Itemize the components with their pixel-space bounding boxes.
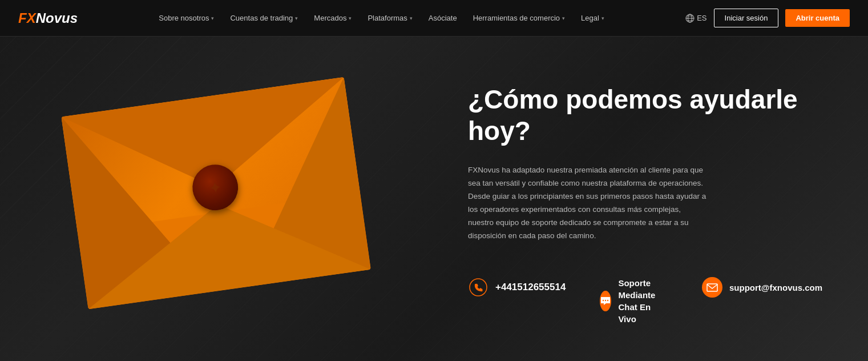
phone-icon [468,277,488,298]
nav-mercados[interactable]: Mercados ▾ [314,14,352,22]
chevron-down-icon: ▾ [601,15,604,21]
open-account-button[interactable]: Abrir cuenta [785,9,850,27]
chat-support[interactable]: Soporte Mediante Chat En Vivo [600,277,668,325]
logo[interactable]: FX Novus [18,10,78,26]
main-content: ¿Cómo podemos ayudarle hoy? FXNovus ha a… [0,37,868,361]
svg-point-6 [603,300,604,301]
globe-icon [685,14,695,23]
chevron-down-icon: ▾ [349,15,352,21]
chevron-down-icon: ▾ [211,15,214,21]
nav-herramientas[interactable]: Herramientas de comercio ▾ [473,14,565,22]
hero-description: FXNovus ha adaptado nuestra premiada ate… [468,164,708,243]
chevron-down-icon: ▾ [295,15,298,21]
svg-rect-9 [707,284,717,291]
phone-contact[interactable]: +441512655514 [468,277,566,298]
email-address: support@fxnovus.com [729,283,822,292]
left-panel [0,37,434,361]
svg-point-7 [605,300,606,301]
nav-cuentas-trading[interactable]: Cuentas de trading ▾ [230,14,298,22]
email-icon [702,277,722,298]
language-selector[interactable]: ES [685,14,706,23]
navbar-actions: ES Iniciar sesión Abrir cuenta [685,9,850,27]
language-label: ES [697,14,706,22]
chevron-down-icon: ▾ [562,15,565,21]
envelope-illustration [61,77,372,320]
envelope-body [61,77,370,309]
chat-icon [600,291,611,311]
chat-support-label: Soporte Mediante Chat En Vivo [618,277,668,325]
right-panel: ¿Cómo podemos ayudarle hoy? FXNovus ha a… [434,37,868,361]
svg-point-5 [470,279,487,296]
nav-asociate[interactable]: Asóciate [429,14,457,22]
nav-plataformas[interactable]: Plataformas ▾ [368,14,412,22]
logo-fx: FX [18,10,36,26]
email-contact[interactable]: support@fxnovus.com [702,277,822,298]
login-button[interactable]: Iniciar sesión [714,9,779,27]
hero-title: ¿Cómo podemos ayudarle hoy? [468,84,822,147]
contact-row: +441512655514 Soporte Mediante Chat En V… [468,277,822,325]
nav-menu: Sobre nosotros ▾ Cuentas de trading ▾ Me… [78,14,685,22]
nav-sobre-nosotros[interactable]: Sobre nosotros ▾ [159,14,214,22]
navbar: FX Novus Sobre nosotros ▾ Cuentas de tra… [0,0,868,37]
phone-number: +441512655514 [495,282,566,293]
chevron-down-icon: ▾ [410,15,413,21]
logo-novus: Novus [36,10,78,26]
svg-point-8 [607,300,608,301]
nav-legal[interactable]: Legal ▾ [581,14,604,22]
